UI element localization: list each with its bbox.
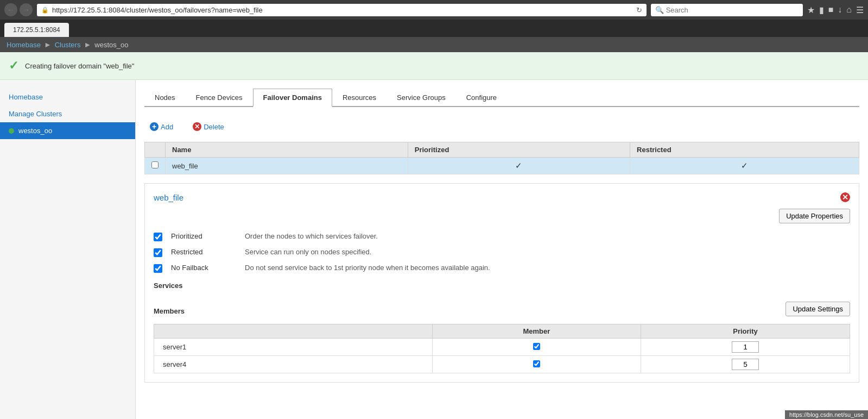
browser-tabs: 172.25.5.1:8084 <box>0 20 868 37</box>
watermark: https://blog.csdn.net/su_use <box>785 410 868 419</box>
table-row[interactable]: web_file ✓ ✓ <box>145 158 859 174</box>
search-input[interactable] <box>666 6 799 14</box>
member-priority-server4 <box>641 356 850 373</box>
no-failback-label: No Failback <box>171 264 236 272</box>
prioritized-label: Prioritized <box>171 232 236 240</box>
sidebar-item-manage-clusters[interactable]: Manage Clusters <box>0 105 135 122</box>
browser-toolbar-icons: ★ ▮ ■ ↓ ⌂ ☰ <box>807 5 864 15</box>
sync-icon[interactable]: ▮ <box>819 5 824 15</box>
browser-chrome: ← → 🔒 https://172.25.5.1:8084/cluster/we… <box>0 0 868 20</box>
back-button[interactable]: ← <box>4 3 17 16</box>
row-checkbox-cell[interactable] <box>145 158 166 174</box>
detail-close-button[interactable]: ✕ <box>840 192 850 202</box>
breadcrumb-clusters[interactable]: Clusters <box>55 41 81 49</box>
restricted-description: Service can run only on nodes specified. <box>245 248 371 256</box>
content-area: Nodes Fence Devices Failover Domains Res… <box>136 80 868 419</box>
success-banner: ✓ Creating failover domain "web_file" <box>0 52 868 80</box>
member-check-input-server1[interactable] <box>533 343 540 350</box>
restricted-checkbox[interactable] <box>154 248 162 257</box>
breadcrumb-current: westos_oo <box>94 41 128 49</box>
delete-label: Delete <box>204 123 224 131</box>
tab-fence-devices[interactable]: Fence Devices <box>186 89 253 106</box>
row-name: web_file <box>166 158 408 174</box>
reload-icon[interactable]: ↻ <box>636 6 642 14</box>
members-section-title: Members <box>154 307 185 315</box>
tab-configure[interactable]: Configure <box>456 89 507 106</box>
url-text: https://172.25.5.1:8084/cluster/westos_o… <box>52 6 633 14</box>
lock-icon: 🔒 <box>41 7 49 14</box>
forward-button[interactable]: → <box>20 3 33 16</box>
add-button[interactable]: + Add <box>144 120 179 133</box>
breadcrumb: Homebase ► Clusters ► westos_oo <box>0 37 868 52</box>
tab-resources[interactable]: Resources <box>332 89 387 106</box>
row-restricted: ✓ <box>630 158 859 174</box>
prop-row-prioritized: Prioritized Order the nodes to which ser… <box>154 232 850 241</box>
restricted-label: Restricted <box>171 248 236 256</box>
main-layout: Homebase Manage Clusters westos_oo Nodes… <box>0 80 868 419</box>
services-section-title: Services <box>154 282 850 290</box>
members-table: Member Priority server1 <box>154 324 850 373</box>
prioritized-description: Order the nodes to which services failov… <box>245 232 378 240</box>
add-label: Add <box>161 123 173 131</box>
no-failback-description: Do not send service back to 1st priority… <box>245 264 490 272</box>
members-col-member: Member <box>432 324 641 339</box>
menu-icon[interactable]: ☰ <box>856 5 864 15</box>
success-check-icon: ✓ <box>9 59 18 73</box>
failover-domains-table: Name Prioritized Restricted web_file ✓ ✓ <box>144 142 859 174</box>
nav-buttons: ← → <box>4 3 33 16</box>
tab-failover-domains[interactable]: Failover Domains <box>253 89 332 107</box>
sidebar-item-homebase[interactable]: Homebase <box>0 89 135 105</box>
member-checkbox-server1[interactable] <box>432 339 641 356</box>
member-priority-server1 <box>641 339 850 356</box>
search-icon: 🔍 <box>655 6 664 14</box>
toolbar: + Add ✕ Delete <box>144 116 859 137</box>
delete-button[interactable]: ✕ Delete <box>187 120 230 133</box>
member-name-server4: server4 <box>154 356 433 373</box>
prop-row-no-failback: No Failback Do not send service back to … <box>154 264 850 273</box>
breadcrumb-homebase[interactable]: Homebase <box>7 41 41 49</box>
members-col-server <box>154 324 433 339</box>
prop-row-restricted: Restricted Service can run only on nodes… <box>154 248 850 257</box>
no-failback-checkbox[interactable] <box>154 264 162 273</box>
member-checkbox-server4[interactable] <box>432 356 641 373</box>
download-icon[interactable]: ↓ <box>838 5 842 15</box>
tab-nodes[interactable]: Nodes <box>144 89 186 106</box>
detail-title-link[interactable]: web_file <box>154 193 183 202</box>
properties-section: Prioritized Order the nodes to which ser… <box>154 232 850 273</box>
cluster-name-label: westos_oo <box>18 127 52 135</box>
shield-icon[interactable]: ■ <box>828 5 834 15</box>
delete-circle-icon: ✕ <box>193 122 201 131</box>
member-check-input-server4[interactable] <box>533 360 540 367</box>
cluster-status-dot <box>9 128 14 134</box>
add-circle-icon: + <box>150 122 159 131</box>
bookmark-icon[interactable]: ★ <box>807 5 815 15</box>
update-settings-button[interactable]: Update Settings <box>785 302 850 316</box>
tab-service-groups[interactable]: Service Groups <box>387 89 456 106</box>
browser-tab-main[interactable]: 172.25.5.1:8084 <box>4 23 69 37</box>
members-col-priority: Priority <box>641 324 850 339</box>
search-bar-container: 🔍 <box>651 4 803 16</box>
detail-panel: web_file ✕ Update Properties Prioritized… <box>144 183 859 383</box>
tabs-bar: Nodes Fence Devices Failover Domains Res… <box>144 89 859 107</box>
home-icon[interactable]: ⌂ <box>846 5 852 15</box>
detail-header: web_file ✕ <box>154 192 850 202</box>
member-row-server4: server4 <box>154 356 850 373</box>
col-header-name: Name <box>166 142 408 158</box>
breadcrumb-sep-2: ► <box>84 40 91 49</box>
sidebar: Homebase Manage Clusters westos_oo <box>0 80 136 419</box>
col-header-restricted: Restricted <box>630 142 859 158</box>
prioritized-checkbox[interactable] <box>154 233 162 241</box>
breadcrumb-sep-1: ► <box>44 40 52 49</box>
member-row-server1: server1 <box>154 339 850 356</box>
col-header-checkbox <box>145 142 166 158</box>
update-properties-button[interactable]: Update Properties <box>779 209 850 223</box>
row-checkbox[interactable] <box>151 161 159 168</box>
success-message: Creating failover domain "web_file" <box>25 62 134 70</box>
sidebar-cluster-westos-oo[interactable]: westos_oo <box>0 122 135 139</box>
address-bar: 🔒 https://172.25.5.1:8084/cluster/westos… <box>37 4 647 16</box>
row-prioritized: ✓ <box>408 158 630 174</box>
priority-input-server1[interactable] <box>732 341 759 353</box>
col-header-prioritized: Prioritized <box>408 142 630 158</box>
priority-input-server4[interactable] <box>732 359 759 370</box>
members-header: Members Update Settings <box>154 298 850 320</box>
